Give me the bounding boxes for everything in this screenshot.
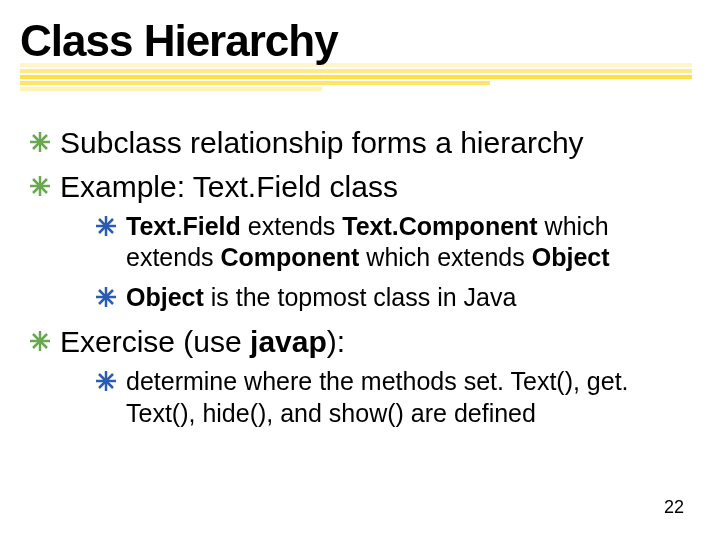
sub-bullet-text: determine where the methods set. Text(),… xyxy=(126,367,629,426)
slide: Class Hierarchy Subclass relationship fo… xyxy=(0,0,720,540)
asterisk-icon xyxy=(30,132,50,152)
sub-bullet-text: Object is the topmost class in Java xyxy=(126,283,516,311)
bullet-example: Example: Text.Field class Text.Field ext… xyxy=(30,168,690,313)
bullet-exercise: Exercise (use javap): determine where th… xyxy=(30,323,690,429)
sub-bullet-object-topmost: Object is the topmost class in Java xyxy=(96,282,690,313)
bullet-text: Exercise (use javap): xyxy=(60,325,345,358)
asterisk-icon xyxy=(30,331,50,351)
page-number: 22 xyxy=(664,497,684,518)
title-area: Class Hierarchy xyxy=(20,18,700,64)
slide-title: Class Hierarchy xyxy=(20,18,700,64)
asterisk-icon xyxy=(96,371,116,391)
sub-bullet-determine-methods: determine where the methods set. Text(),… xyxy=(96,366,690,429)
slide-body: Subclass relationship forms a hierarchy … xyxy=(30,120,690,439)
asterisk-icon xyxy=(30,176,50,196)
asterisk-icon xyxy=(96,216,116,236)
bullet-text: Example: Text.Field class xyxy=(60,170,398,203)
title-underline xyxy=(20,63,692,91)
sub-list: determine where the methods set. Text(),… xyxy=(60,366,690,429)
asterisk-icon xyxy=(96,287,116,307)
sub-bullet-text: Text.Field extends Text.Component which … xyxy=(126,212,610,271)
bullet-list: Subclass relationship forms a hierarchy … xyxy=(30,124,690,429)
bullet-text: Subclass relationship forms a hierarchy xyxy=(60,126,584,159)
bullet-subclass-relationship: Subclass relationship forms a hierarchy xyxy=(30,124,690,162)
sub-list: Text.Field extends Text.Component which … xyxy=(60,211,690,313)
sub-bullet-textfield-extends: Text.Field extends Text.Component which … xyxy=(96,211,690,274)
